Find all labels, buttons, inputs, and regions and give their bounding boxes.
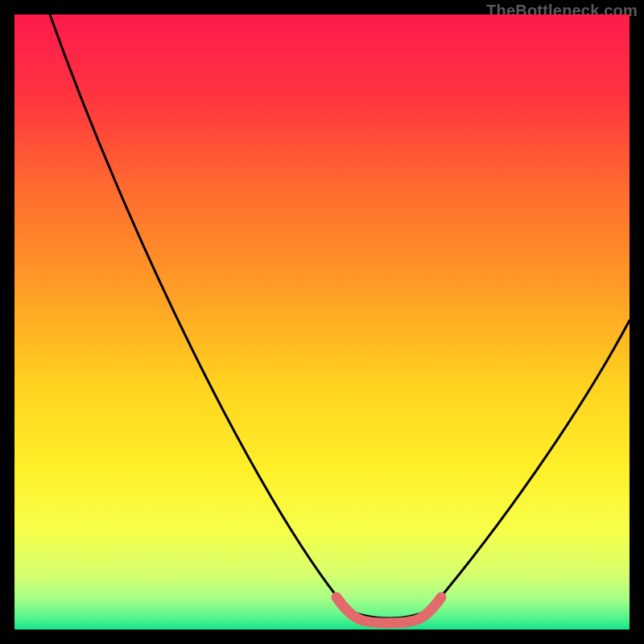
curve-highlight-bottom — [336, 597, 441, 623]
bottleneck-curve — [14, 14, 630, 630]
chart-frame: TheBottleneck.com — [0, 0, 644, 644]
plot-area — [14, 14, 630, 630]
curve-main — [50, 14, 630, 618]
